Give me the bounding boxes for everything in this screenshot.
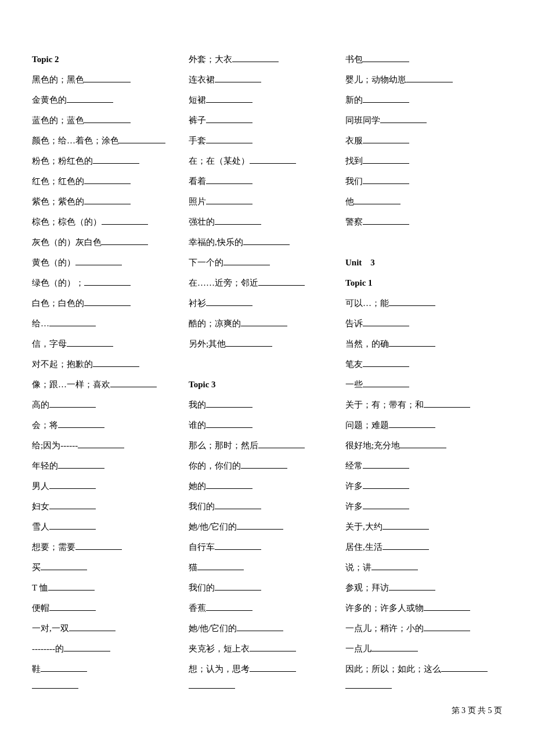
vocab-item: 对不起；抱歉的	[32, 354, 189, 375]
vocab-item: 照片	[189, 192, 345, 212]
column-2: 外套；大衣 连衣裙 短裙 裤子 手套 在；在（某处） 看着 照片 强壮的 幸福的…	[189, 49, 345, 700]
vocab-item: 关于；有；带有；和	[345, 395, 502, 415]
vocab-item: 手套	[189, 131, 345, 151]
vocab-item: 棕色；棕色（的）	[32, 212, 189, 232]
vocab-item: 高的	[32, 395, 189, 415]
vocab-item: 会；将	[32, 415, 189, 435]
vocab-item: 像；跟…一样；喜欢	[32, 375, 189, 395]
page-footer: 第 3 页 共 5 页	[32, 705, 502, 716]
topic-heading: Topic 3	[189, 375, 345, 395]
vocab-item: 给;因为------	[32, 435, 189, 456]
vocab-item: 许多的；许多人或物	[345, 598, 502, 618]
vocab-item: 谁的	[189, 415, 345, 435]
vocab-item: 香蕉	[189, 598, 345, 618]
vocab-item: 告诉	[345, 314, 502, 334]
vocab-item: 你的，你们的	[189, 456, 345, 476]
vocab-item: 夹克衫，短上衣	[189, 639, 345, 659]
vocab-item: 一点儿；稍许；小的	[345, 618, 502, 639]
vocab-item: 一点儿	[345, 639, 502, 659]
vocab-item	[32, 679, 189, 700]
vocab-item: 他	[345, 192, 502, 212]
unit-heading: Unit 3	[345, 253, 502, 273]
vocab-item: 外套；大衣	[189, 49, 345, 70]
vocab-item: 连衣裙	[189, 70, 345, 90]
vocab-item: 买	[32, 557, 189, 578]
worksheet-columns: Topic 2 黑色的；黑色 金黄色的 蓝色的；蓝色 颜色；给…着色；涂色 粉色…	[32, 49, 502, 700]
vocab-item: 因此；所以；如此；这么	[345, 659, 502, 679]
vocab-item: 年轻的	[32, 456, 189, 476]
vocab-item: 黑色的；黑色	[32, 70, 189, 90]
vocab-item: 问题；难题	[345, 415, 502, 435]
vocab-item: 下一个的	[189, 253, 345, 273]
vocab-item: 关于,大约	[345, 517, 502, 537]
vocab-item: 幸福的,快乐的	[189, 232, 345, 253]
vocab-item: 许多	[345, 476, 502, 496]
vocab-item: 在；在（某处）	[189, 151, 345, 171]
vocab-item: 便帽	[32, 598, 189, 618]
vocab-item: 衣服	[345, 131, 502, 151]
vocab-item: 可以…；能	[345, 293, 502, 314]
vocab-item: 衬衫	[189, 293, 345, 314]
vocab-item: 蓝色的；蓝色	[32, 110, 189, 131]
column-1: Topic 2 黑色的；黑色 金黄色的 蓝色的；蓝色 颜色；给…着色；涂色 粉色…	[32, 49, 189, 700]
vocab-item: 居住,生活	[345, 537, 502, 557]
vocab-item: 红色；红色的	[32, 171, 189, 192]
vocab-item: 紫色；紫色的	[32, 192, 189, 212]
column-3: 书包 婴儿；动物幼崽 新的 同班同学 衣服 找到 我们 他 警察 Unit 3 …	[345, 49, 502, 700]
vocab-item: 经常	[345, 456, 502, 476]
vocab-item: 她/他/它们的	[189, 618, 345, 639]
vocab-item: 颜色；给…着色；涂色	[32, 131, 189, 151]
vocab-item: 看着	[189, 171, 345, 192]
vocab-item: 我们	[345, 171, 502, 192]
vocab-item: 强壮的	[189, 212, 345, 232]
vocab-item: 灰色（的）灰白色	[32, 232, 189, 253]
empty-line	[189, 354, 345, 375]
vocab-item: --------的	[32, 639, 189, 659]
vocab-item: 当然，的确	[345, 334, 502, 354]
vocab-item: 给…	[32, 314, 189, 334]
vocab-item	[189, 679, 345, 700]
vocab-item: 书包	[345, 49, 502, 70]
vocab-item: 我们的	[189, 578, 345, 598]
vocab-item: 笔友	[345, 354, 502, 375]
vocab-item: 婴儿；动物幼崽	[345, 70, 502, 90]
vocab-item: 找到	[345, 151, 502, 171]
vocab-item: 一对,一双	[32, 618, 189, 639]
vocab-item: 说；讲	[345, 557, 502, 578]
vocab-item: 粉色；粉红色的	[32, 151, 189, 171]
vocab-item: 酷的；凉爽的	[189, 314, 345, 334]
vocab-item: 警察	[345, 212, 502, 232]
topic-heading: Topic 2	[32, 49, 189, 70]
vocab-item: 白色；白色的	[32, 293, 189, 314]
vocab-item: 许多	[345, 496, 502, 517]
vocab-item: 绿色（的）；	[32, 273, 189, 293]
vocab-item: 雪人	[32, 517, 189, 537]
vocab-item: 她的	[189, 476, 345, 496]
vocab-item: 短裙	[189, 90, 345, 110]
topic-heading: Topic 1	[345, 273, 502, 293]
vocab-item: 一些	[345, 375, 502, 395]
vocab-item	[345, 679, 502, 700]
vocab-item: 想；认为，思考	[189, 659, 345, 679]
vocab-item: 很好地;充分地	[345, 435, 502, 456]
vocab-item: 金黄色的	[32, 90, 189, 110]
vocab-item: 信，字母	[32, 334, 189, 354]
vocab-item: 新的	[345, 90, 502, 110]
vocab-item: 妇女	[32, 496, 189, 517]
vocab-item: 鞋	[32, 659, 189, 679]
vocab-item: 另外;其他	[189, 334, 345, 354]
vocab-item: 自行车	[189, 537, 345, 557]
vocab-item: 想要；需要	[32, 537, 189, 557]
vocab-item: 那么；那时；然后	[189, 435, 345, 456]
vocab-item: 参观；拜访	[345, 578, 502, 598]
vocab-item: 猫	[189, 557, 345, 578]
vocab-item: 她/他/它们的	[189, 517, 345, 537]
vocab-item: 我们的	[189, 496, 345, 517]
vocab-item: 在……近旁；邻近	[189, 273, 345, 293]
vocab-item: 裤子	[189, 110, 345, 131]
vocab-item: 我的	[189, 395, 345, 415]
empty-line	[345, 232, 502, 253]
vocab-item: 同班同学	[345, 110, 502, 131]
vocab-item: T 恤	[32, 578, 189, 598]
vocab-item: 男人	[32, 476, 189, 496]
